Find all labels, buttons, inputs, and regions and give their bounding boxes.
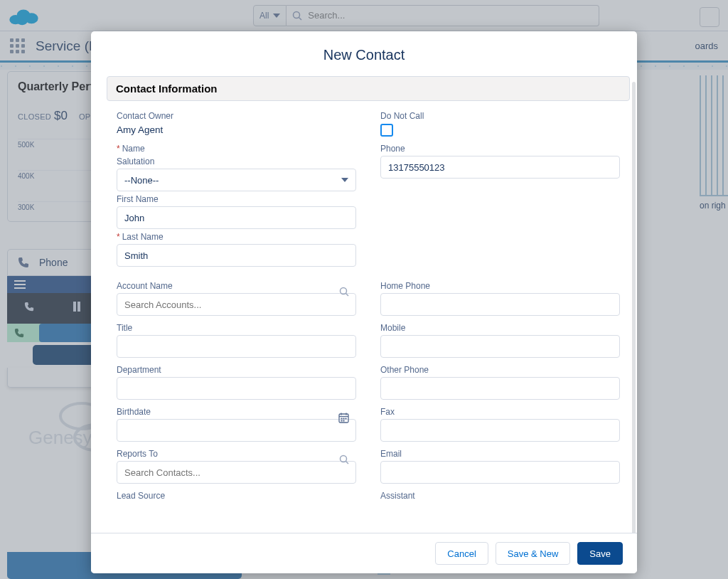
section-contact-information: Contact Information bbox=[107, 76, 630, 101]
input-other-phone[interactable] bbox=[380, 377, 620, 400]
field-other-phone: Other Phone bbox=[380, 365, 620, 400]
scrollbar-thumb[interactable] bbox=[632, 82, 636, 533]
label-assistant: Assistant bbox=[380, 491, 620, 501]
search-icon bbox=[339, 455, 349, 467]
label-salutation: Salutation bbox=[117, 156, 356, 166]
input-phone[interactable] bbox=[380, 156, 620, 179]
label-birthdate: Birthdate bbox=[117, 407, 356, 417]
value-contact-owner: Amy Agent bbox=[117, 123, 356, 135]
input-lastname[interactable] bbox=[117, 244, 356, 267]
label-contact-owner: Contact Owner bbox=[117, 111, 356, 121]
field-mobile: Mobile bbox=[380, 323, 620, 358]
input-fax[interactable] bbox=[380, 419, 620, 442]
field-lead-source: Lead Source bbox=[117, 491, 356, 503]
field-name-compound: Name Salutation --None-- First Name Last… bbox=[117, 144, 356, 267]
label-account-name: Account Name bbox=[117, 281, 356, 291]
input-home-phone[interactable] bbox=[380, 293, 620, 316]
form-grid: Contact Owner Amy Agent Do Not Call Name… bbox=[117, 111, 620, 510]
field-title: Title bbox=[117, 323, 356, 358]
label-department: Department bbox=[117, 365, 356, 375]
input-firstname[interactable] bbox=[117, 206, 356, 229]
label-fax: Fax bbox=[380, 407, 620, 417]
label-firstname: First Name bbox=[117, 194, 356, 204]
field-department: Department bbox=[117, 365, 356, 400]
new-contact-modal: New Contact Contact Information Contact … bbox=[91, 31, 637, 573]
label-title: Title bbox=[117, 323, 356, 333]
checkbox-do-not-call[interactable] bbox=[380, 124, 393, 137]
svg-line-12 bbox=[346, 294, 349, 297]
field-fax: Fax bbox=[380, 407, 620, 442]
input-email[interactable] bbox=[380, 461, 620, 484]
svg-point-11 bbox=[341, 288, 347, 294]
cancel-button[interactable]: Cancel bbox=[435, 542, 488, 565]
field-birthdate: Birthdate bbox=[117, 407, 356, 442]
svg-rect-20 bbox=[341, 420, 343, 422]
field-email: Email bbox=[380, 449, 620, 484]
svg-rect-19 bbox=[346, 418, 347, 420]
label-lastname: Last Name bbox=[117, 232, 356, 242]
field-phone: Phone bbox=[380, 144, 620, 267]
modal-container: New Contact Contact Information Contact … bbox=[0, 0, 728, 579]
field-home-phone: Home Phone bbox=[380, 281, 620, 316]
label-name: Name bbox=[117, 144, 356, 154]
svg-point-22 bbox=[341, 456, 347, 462]
input-birthdate[interactable] bbox=[117, 419, 356, 442]
input-title[interactable] bbox=[117, 335, 356, 358]
input-reports-to[interactable] bbox=[117, 461, 356, 484]
label-phone: Phone bbox=[380, 144, 620, 154]
field-reports-to: Reports To bbox=[117, 449, 356, 484]
field-assistant: Assistant bbox=[380, 491, 620, 503]
svg-rect-21 bbox=[343, 420, 345, 422]
modal-body[interactable]: Contact Information Contact Owner Amy Ag… bbox=[91, 76, 637, 533]
modal-footer: Cancel Save & New Save bbox=[91, 533, 637, 573]
input-department[interactable] bbox=[117, 377, 356, 400]
label-other-phone: Other Phone bbox=[380, 365, 620, 375]
field-do-not-call: Do Not Call bbox=[380, 111, 620, 137]
input-mobile[interactable] bbox=[380, 335, 620, 358]
field-contact-owner: Contact Owner Amy Agent bbox=[117, 111, 356, 137]
svg-rect-18 bbox=[343, 418, 345, 420]
svg-rect-17 bbox=[341, 418, 343, 420]
label-do-not-call: Do Not Call bbox=[380, 111, 620, 121]
save-button[interactable]: Save bbox=[577, 542, 623, 565]
label-reports-to: Reports To bbox=[117, 449, 356, 459]
label-lead-source: Lead Source bbox=[117, 491, 356, 501]
save-and-new-button[interactable]: Save & New bbox=[496, 542, 571, 565]
input-account-name[interactable] bbox=[117, 293, 356, 316]
modal-header: New Contact bbox=[91, 31, 637, 76]
modal-title: New Contact bbox=[91, 47, 637, 63]
calendar-icon[interactable] bbox=[338, 413, 349, 425]
salutation-value: --None-- bbox=[124, 175, 159, 186]
select-salutation[interactable]: --None-- bbox=[117, 169, 356, 191]
field-account-name: Account Name bbox=[117, 281, 356, 316]
label-home-phone: Home Phone bbox=[380, 281, 620, 291]
search-icon bbox=[339, 287, 349, 299]
caret-down-icon bbox=[341, 178, 348, 182]
label-email: Email bbox=[380, 449, 620, 459]
label-mobile: Mobile bbox=[380, 323, 620, 333]
svg-line-23 bbox=[346, 462, 349, 464]
